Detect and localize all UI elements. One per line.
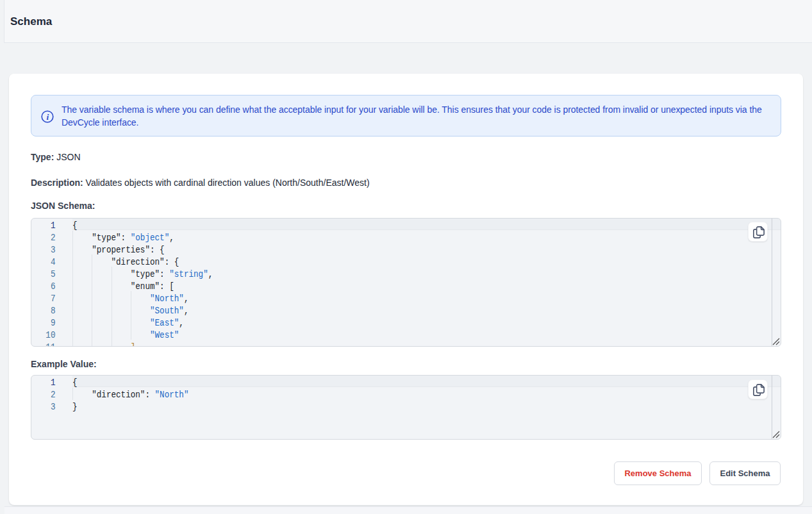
svg-text:i: i <box>46 112 49 121</box>
